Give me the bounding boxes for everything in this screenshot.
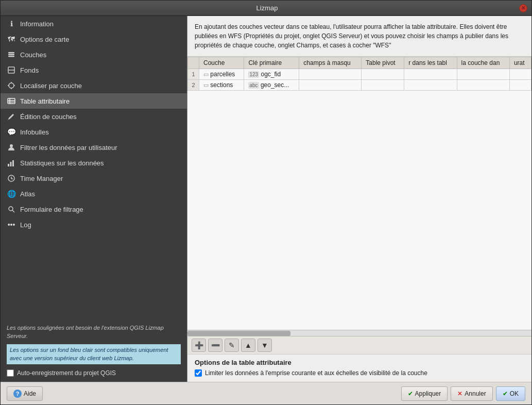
type-icon-2: abc bbox=[248, 82, 259, 89]
main-content: ℹ Information 🗺 Options de carte bbox=[1, 16, 531, 382]
svg-point-5 bbox=[9, 83, 14, 88]
sidebar-item-formulaire[interactable]: Formulaire de filtrage bbox=[1, 201, 187, 217]
scrollbar-thumb[interactable] bbox=[187, 331, 290, 336]
svg-rect-15 bbox=[8, 164, 9, 166]
svg-rect-17 bbox=[12, 160, 14, 166]
autosave-label: Auto-enregistrement du projet QGIS bbox=[17, 369, 116, 377]
user-icon bbox=[7, 143, 16, 152]
sidebar-item-label: Time Manager bbox=[20, 175, 63, 182]
attribute-table: Couche Clé primaire champs à masqu Table… bbox=[187, 57, 531, 91]
ok-button[interactable]: ✔ OK bbox=[496, 386, 525, 401]
sidebar-item-statistiques[interactable]: Statistiques sur les données bbox=[1, 155, 187, 171]
table-icon bbox=[7, 96, 16, 106]
tooltip-icon: 💬 bbox=[7, 127, 16, 137]
bottom-right: ✔ Appliquer ✕ Annuler ✔ OK bbox=[401, 386, 525, 401]
svg-rect-0 bbox=[8, 52, 14, 54]
down-icon: ▼ bbox=[261, 341, 268, 349]
options-section: Options de la table attributaire Limiter… bbox=[187, 354, 531, 382]
globe-icon: 🌐 bbox=[7, 189, 16, 198]
horizontal-scrollbar[interactable] bbox=[187, 330, 531, 336]
layers-icon bbox=[7, 50, 16, 59]
info-icon: ℹ bbox=[7, 19, 16, 28]
col-num bbox=[188, 57, 199, 69]
row-couche-name-1: parcelles bbox=[210, 71, 235, 78]
cancel-button[interactable]: ✕ Annuler bbox=[451, 386, 492, 401]
ok-icon: ✔ bbox=[503, 390, 508, 397]
chart-icon bbox=[7, 158, 16, 167]
move-down-button[interactable]: ▼ bbox=[258, 339, 272, 352]
sidebar-footer: Les options soulignées ont besoin de l'e… bbox=[1, 319, 187, 382]
col-table-pivot[interactable]: Table pivot bbox=[362, 57, 404, 69]
row-cle-val-1: ogc_fid bbox=[261, 71, 281, 78]
sidebar-items: ℹ Information 🗺 Options de carte bbox=[1, 16, 187, 319]
table-header-row: Couche Clé primaire champs à masqu Table… bbox=[188, 57, 531, 69]
row-r-1 bbox=[404, 69, 457, 80]
sidebar-item-atlas[interactable]: 🌐 Atlas bbox=[1, 186, 187, 201]
sidebar-item-label: Atlas bbox=[20, 190, 35, 198]
svg-line-22 bbox=[12, 210, 14, 212]
col-cle-primaire[interactable]: Clé primaire bbox=[244, 57, 299, 69]
row-couche-dan-2 bbox=[457, 80, 509, 91]
sidebar-item-localiser[interactable]: Localiser par couche bbox=[1, 78, 187, 93]
sidebar-item-couches[interactable]: Couches bbox=[1, 47, 187, 62]
col-la-couche-dan[interactable]: la couche dan bbox=[457, 57, 509, 69]
options-title: Options de la table attributaire bbox=[195, 359, 524, 366]
remove-row-button[interactable]: ➖ bbox=[208, 339, 222, 352]
sidebar-item-label: Options de carte bbox=[20, 36, 69, 43]
row-pivot-2 bbox=[362, 80, 404, 91]
search-icon bbox=[7, 205, 16, 214]
sidebar-item-table-attributaire[interactable]: Table attributaire bbox=[1, 93, 187, 109]
sidebar-item-label: Table attributaire bbox=[20, 97, 70, 105]
add-row-button[interactable]: ➕ bbox=[192, 339, 206, 352]
sidebar-item-label: Statistiques sur les données bbox=[20, 159, 104, 167]
sidebar-item-label: Édition de couches bbox=[20, 113, 77, 121]
col-couche[interactable]: Couche bbox=[199, 57, 244, 69]
apply-label: Appliquer bbox=[415, 390, 441, 397]
help-button[interactable]: ? Aide bbox=[7, 386, 43, 401]
bottom-left: ? Aide bbox=[7, 386, 43, 401]
limit-data-checkbox[interactable] bbox=[195, 369, 202, 377]
apply-button[interactable]: ✔ Appliquer bbox=[401, 386, 448, 401]
row-couche-dan-1 bbox=[457, 69, 509, 80]
ok-label: OK bbox=[510, 390, 519, 397]
move-up-button[interactable]: ▲ bbox=[241, 339, 255, 352]
layer-icon-2: ▭ bbox=[203, 82, 209, 88]
col-champs-masquer[interactable]: champs à masqu bbox=[299, 57, 362, 69]
sidebar-note1: Les options soulignées ont besoin de l'e… bbox=[7, 324, 181, 340]
svg-point-21 bbox=[9, 207, 13, 211]
col-r-dans-les-tabl[interactable]: r dans les tabl bbox=[404, 57, 457, 69]
sidebar-item-time-manager[interactable]: Time Manager bbox=[1, 171, 187, 186]
row-champs-1 bbox=[299, 69, 362, 80]
close-button[interactable]: ✕ bbox=[519, 4, 527, 12]
sidebar-item-filtrer[interactable]: Filtrer les données par utilisateur bbox=[1, 140, 187, 155]
sidebar-item-label: Information bbox=[20, 20, 54, 28]
row-cle-2: abc geo_sec... bbox=[244, 80, 299, 91]
table-toolbar: ➕ ➖ ✎ ▲ ▼ bbox=[187, 336, 531, 354]
sidebar-note2: Les options sur un fond bleu clair sont … bbox=[7, 344, 181, 364]
sidebar-item-log[interactable]: ••• Log bbox=[1, 217, 187, 232]
limit-data-row: Limiter les données à l'emprise courante… bbox=[195, 369, 524, 377]
autosave-checkbox[interactable] bbox=[7, 369, 14, 377]
sidebar-item-fonds[interactable]: Fonds bbox=[1, 62, 187, 78]
help-label: Aide bbox=[24, 390, 36, 397]
attribute-table-area[interactable]: Couche Clé primaire champs à masqu Table… bbox=[187, 57, 531, 330]
table-row[interactable]: 2 ▭ sections abc geo_sec... bbox=[188, 80, 531, 91]
edit-row-button[interactable]: ✎ bbox=[225, 339, 239, 352]
sidebar-item-label: Infobulles bbox=[20, 128, 49, 136]
col-urat[interactable]: urat bbox=[509, 57, 531, 69]
remove-icon: ➖ bbox=[211, 341, 220, 349]
sidebar-item-infobulles[interactable]: 💬 Infobulles bbox=[1, 124, 187, 140]
sidebar-item-information[interactable]: ℹ Information bbox=[1, 16, 187, 31]
titlebar: Lizmap ✕ bbox=[1, 1, 531, 16]
cancel-icon: ✕ bbox=[457, 390, 462, 397]
sidebar-item-edition[interactable]: Édition de couches bbox=[1, 109, 187, 124]
sidebar-item-options-carte[interactable]: 🗺 Options de carte bbox=[1, 31, 187, 47]
table-row[interactable]: 1 ▭ parcelles 123 ogc_fid bbox=[188, 69, 531, 80]
sidebar-item-label: Log bbox=[20, 221, 31, 229]
type-icon-1: 123 bbox=[248, 71, 259, 78]
description-text: En ajoutant des couches vecteur dans ce … bbox=[187, 16, 531, 57]
sidebar: ℹ Information 🗺 Options de carte bbox=[1, 16, 187, 382]
row-num-2: 2 bbox=[188, 80, 199, 91]
dots-icon: ••• bbox=[7, 220, 16, 229]
clock-icon bbox=[7, 174, 16, 183]
